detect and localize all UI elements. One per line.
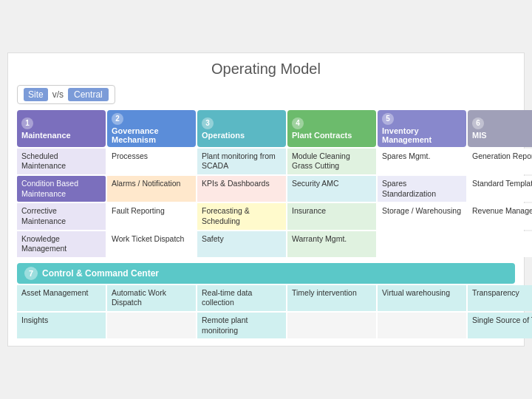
table-row: Fault Reporting: [107, 203, 196, 229]
ctrl-row: Single Source of Truth: [468, 313, 532, 338]
table-row: Work Ticket Dispatch: [107, 231, 196, 257]
table-row: Processes: [107, 149, 196, 174]
header-mis: 6 MIS: [468, 110, 532, 147]
header-plant-contracts: 4 Plant Contracts: [287, 110, 376, 147]
header-num-1: 1: [21, 117, 33, 129]
ctrl-row: Automatic Work Dispatch: [107, 285, 196, 311]
ctrl-row: Real-time data collection: [197, 285, 286, 311]
ctrl-row: Virtual warehousing: [378, 285, 466, 311]
vs-text: v/s: [52, 89, 64, 100]
header-label-2: Governance Mechanism: [112, 126, 191, 144]
table-row: Safety: [197, 231, 286, 257]
header-governance: 2 Governance Mechanism: [107, 110, 196, 147]
header-num-2: 2: [112, 113, 123, 125]
control-num: 7: [24, 267, 38, 280]
header-row: 1 Maintenance 2 Governance Mechanism 3 O…: [17, 110, 515, 147]
ctrl-row: Remote plant monitoring: [197, 313, 286, 338]
table-row: Condition Based Maintenance: [17, 176, 106, 202]
control-label: Control & Command Center: [42, 268, 159, 279]
table-row: [378, 231, 466, 257]
table-row: Security AMC: [287, 176, 376, 202]
central-label: Central: [68, 88, 109, 101]
header-operations: 3 Operations: [197, 110, 286, 147]
header-num-4: 4: [292, 117, 304, 129]
table-row: Scheduled Maintenance: [17, 149, 106, 174]
header-maintenance: 1 Maintenance: [17, 110, 106, 147]
ctrl-row: [378, 313, 466, 338]
header-num-5: 5: [382, 113, 394, 125]
table-row: Corrective Maintenance: [17, 203, 106, 229]
ctrl-row: Timely intervention: [287, 285, 376, 311]
header-label-6: MIS: [472, 131, 487, 140]
ctrl-row: [287, 313, 376, 338]
ctrl-row: Asset Management: [17, 285, 106, 311]
table-row: Plant monitoring from SCADA: [197, 149, 286, 174]
table-row: Standard Templates: [468, 176, 532, 202]
table-row: Alarms / Notification: [107, 176, 196, 202]
table-row: Knowledge Management: [17, 231, 106, 257]
table-row: Spares Mgmt.: [378, 149, 466, 174]
site-central-toggle[interactable]: Site v/s Central: [17, 85, 115, 104]
header-label-1: Maintenance: [21, 131, 71, 140]
table-row: Revenue Management: [468, 203, 532, 229]
table-row: Warranty Mgmt.: [287, 231, 376, 257]
control-data: Asset Management Automatic Work Dispatch…: [17, 285, 515, 339]
page-title: Operating Model: [17, 61, 515, 78]
header-num-6: 6: [472, 117, 484, 129]
ctrl-row: Insights: [17, 313, 106, 338]
header-inventory: 5 Inventory Management: [378, 110, 466, 147]
table-row: Spares Standardization: [378, 176, 466, 202]
table-row: Module Cleaning Grass Cutting: [287, 149, 376, 174]
table-row: KPIs & Dashboards: [197, 176, 286, 202]
ctrl-row: [107, 313, 196, 338]
header-label-3: Operations: [202, 131, 245, 140]
table-row: Storage / Warehousing: [378, 203, 466, 229]
header-label-4: Plant Contracts: [292, 131, 352, 140]
site-label: Site: [24, 88, 48, 101]
header-num-3: 3: [202, 117, 214, 129]
main-container: Operating Model Site v/s Central 1 Maint…: [7, 52, 525, 347]
table-row: Forecasting & Scheduling: [197, 203, 286, 229]
header-label-5: Inventory Management: [382, 126, 462, 144]
table-row: [468, 231, 532, 257]
control-header: 7 Control & Command Center: [17, 263, 515, 284]
data-table: Scheduled Maintenance Processes Plant mo…: [17, 149, 515, 257]
table-row: Insurance: [287, 203, 376, 229]
ctrl-row: Transparency: [468, 285, 532, 311]
table-row: Generation Reports: [468, 149, 532, 174]
